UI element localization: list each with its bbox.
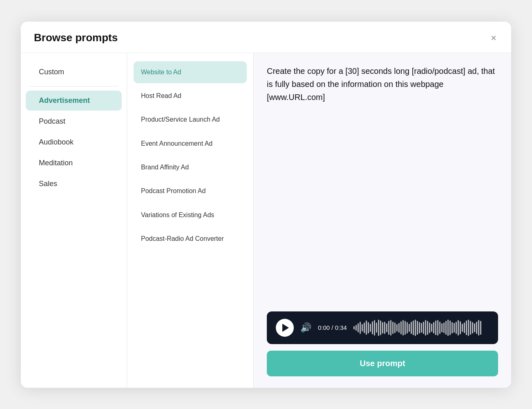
prompt-item-event-announcement-ad[interactable]: Event Announcement Ad bbox=[134, 133, 247, 155]
prompt-item-website-to-ad[interactable]: Website to Ad bbox=[134, 61, 247, 83]
sidebar-item-podcast[interactable]: Podcast bbox=[26, 111, 122, 131]
prompt-item-brand-affinity-ad[interactable]: Brand Affinity Ad bbox=[134, 156, 247, 178]
browse-prompts-modal: Browse prompts × Custom Advertisement Po… bbox=[21, 22, 511, 388]
audio-player: 🔊 0:00 / 0:34 bbox=[267, 311, 498, 344]
sidebar-item-custom[interactable]: Custom bbox=[26, 62, 122, 82]
sidebar-item-meditation[interactable]: Meditation bbox=[26, 153, 122, 173]
prompt-description: Create the copy for a [30] seconds long … bbox=[267, 64, 498, 303]
play-icon bbox=[282, 324, 289, 332]
sidebar-item-advertisement[interactable]: Advertisement bbox=[26, 91, 122, 111]
close-button[interactable]: × bbox=[489, 31, 498, 44]
prompt-item-host-read-ad[interactable]: Host Read Ad bbox=[134, 85, 247, 107]
prompt-item-podcast-radio-ad-converter[interactable]: Podcast-Radio Ad Converter bbox=[134, 228, 247, 250]
volume-icon[interactable]: 🔊 bbox=[300, 322, 311, 333]
prompt-item-product-service-launch-ad[interactable]: Product/Service Launch Ad bbox=[134, 109, 247, 131]
modal-header: Browse prompts × bbox=[21, 22, 511, 53]
sidebar-divider bbox=[29, 86, 118, 87]
modal-body: Custom Advertisement Podcast Audiobook M… bbox=[21, 53, 511, 388]
time-display: 0:00 / 0:34 bbox=[318, 324, 347, 331]
sidebar-item-audiobook[interactable]: Audiobook bbox=[26, 132, 122, 152]
prompt-item-variations-of-existing-ads[interactable]: Variations of Existing Ads bbox=[134, 204, 247, 226]
modal-title: Browse prompts bbox=[34, 31, 118, 44]
play-button[interactable] bbox=[276, 319, 294, 337]
use-prompt-button[interactable]: Use prompt bbox=[267, 351, 498, 376]
prompt-item-podcast-promotion-ad[interactable]: Podcast Promotion Ad bbox=[134, 180, 247, 202]
prompt-list: Website to Ad Host Read Ad Product/Servi… bbox=[127, 53, 254, 388]
sidebar: Custom Advertisement Podcast Audiobook M… bbox=[21, 53, 127, 388]
right-panel: Create the copy for a [30] seconds long … bbox=[254, 53, 511, 388]
audio-waveform[interactable] bbox=[353, 320, 489, 336]
sidebar-item-sales[interactable]: Sales bbox=[26, 174, 122, 194]
